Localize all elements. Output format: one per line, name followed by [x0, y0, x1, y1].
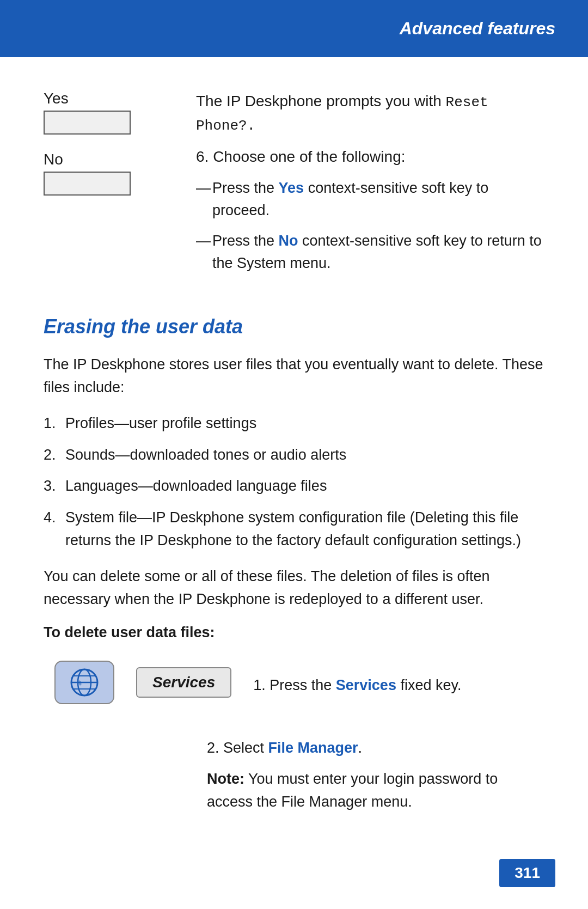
globe-icon	[68, 666, 101, 699]
icon-services-row: Services 1. Press the Services fixed key…	[44, 661, 544, 704]
reset-phone-description: The IP Deskphone prompts you with Reset …	[196, 90, 544, 137]
step-2-area: 2. Select File Manager. Note: You must e…	[44, 737, 544, 814]
main-content: Yes No The IP Deskphone prompts you with…	[0, 57, 588, 874]
list-item: 3.Languages—downloaded language files	[44, 475, 544, 498]
page-number: 311	[499, 859, 555, 887]
yes-no-diagram: Yes No	[44, 90, 152, 283]
services-link: Services	[336, 677, 396, 693]
file-manager-link: File Manager	[268, 740, 358, 756]
yes-no-section: Yes No The IP Deskphone prompts you with…	[44, 90, 544, 283]
list-item: 2.Sounds—downloaded tones or audio alert…	[44, 444, 544, 467]
erasing-intro: The IP Deskphone stores user files that …	[44, 353, 544, 399]
step-6-bullets: Press the Yes context-sensitive soft key…	[196, 177, 544, 274]
yes-softkey-box	[44, 111, 131, 135]
no-group: No	[44, 151, 152, 196]
step-2-text: 2. Select File Manager.	[207, 737, 544, 760]
note-text: Note: You must enter your login password…	[207, 768, 544, 814]
header-bar: Advanced features	[0, 0, 588, 57]
no-softkey-box	[44, 172, 131, 196]
list-item: 1.Profiles—user profile settings	[44, 412, 544, 435]
to-delete-heading: To delete user data files:	[44, 624, 544, 641]
yes-no-text: The IP Deskphone prompts you with Reset …	[196, 90, 544, 283]
bullet-no: Press the No context-sensitive soft key …	[196, 230, 544, 274]
step-1-text: 1. Press the Services fixed key.	[253, 668, 461, 697]
list-item: 4.System file—IP Deskphone system config…	[44, 507, 544, 552]
header-title: Advanced features	[400, 19, 555, 39]
yes-label: Yes	[44, 90, 152, 107]
services-button[interactable]: Services	[136, 667, 231, 698]
step-6-intro: 6. Choose one of the following:	[196, 145, 544, 168]
globe-icon-box	[54, 661, 114, 704]
note-label: Note:	[207, 771, 244, 787]
yes-group: Yes	[44, 90, 152, 135]
bullet-yes: Press the Yes context-sensitive soft key…	[196, 177, 544, 221]
erasing-list: 1.Profiles—user profile settings 2.Sound…	[44, 412, 544, 552]
no-label: No	[44, 151, 152, 168]
erasing-body-2: You can delete some or all of these file…	[44, 565, 544, 611]
erasing-heading: Erasing the user data	[44, 315, 544, 338]
